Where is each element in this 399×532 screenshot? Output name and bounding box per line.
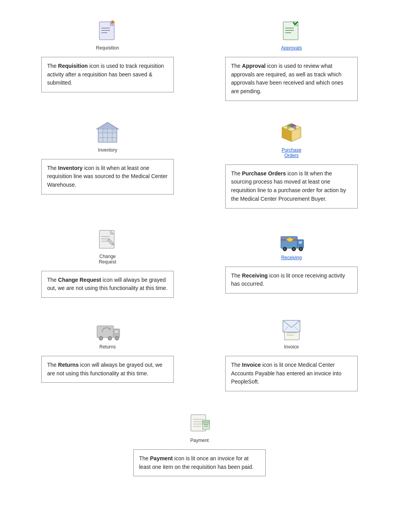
purchase-orders-cell: PurchaseOrders The Purchase Orders icon …	[200, 113, 383, 220]
change-request-label: ChangeRequest	[99, 254, 117, 265]
payment-label: Payment	[190, 438, 208, 443]
purchase-orders-icon-box: PurchaseOrders	[279, 120, 304, 158]
svg-rect-21	[113, 129, 117, 133]
approvals-desc: The Approval icon is used to review what…	[225, 57, 358, 101]
receiving-icon-box: Receiving	[279, 228, 304, 260]
receiving-cell: Receiving The Receiving icon is lit once…	[200, 220, 383, 309]
payment-desc: The Payment icon is lit once an invoice …	[133, 449, 266, 476]
approvals-label[interactable]: Approvals	[281, 45, 302, 51]
inventory-cell: Inventory The Inventory icon is lit when…	[16, 113, 200, 220]
returns-cell: Returns The Returns icon will always be …	[16, 309, 200, 403]
invoice-label: Invoice	[284, 344, 299, 350]
returns-icon	[95, 317, 120, 343]
returns-label: Returns	[99, 344, 116, 350]
invoice-icon	[279, 317, 304, 343]
purchase-orders-desc: The Purchase Orders icon is lit when the…	[225, 164, 358, 209]
inventory-label: Inventory	[98, 147, 117, 153]
svg-rect-19	[103, 129, 107, 133]
invoice-cell: Invoice The Invoice icon is lit once Med…	[200, 309, 383, 403]
change-request-icon-box: ChangeRequest	[95, 228, 120, 265]
purchase-orders-icon	[279, 120, 304, 146]
payment-icon	[187, 411, 212, 436]
inventory-desc: The Inventory icon is lit when at least …	[41, 159, 174, 194]
requisition-icon: ✳	[95, 19, 120, 44]
receiving-desc: The Receiving icon is lit once receiving…	[225, 267, 358, 293]
svg-rect-20	[108, 129, 112, 133]
svg-rect-48	[97, 326, 113, 338]
svg-rect-72	[203, 420, 210, 422]
approvals-cell: Approvals The Approval icon is used to r…	[200, 12, 383, 113]
returns-desc: The Returns icon will always be grayed o…	[41, 356, 174, 383]
svg-point-45	[300, 248, 302, 250]
requisition-icon-box: ✳ Requisition	[95, 19, 120, 51]
inventory-icon-box: Inventory	[95, 120, 120, 153]
payment-icon-box: Payment	[187, 411, 212, 443]
requisition-desc: The Requisition icon is used to track re…	[41, 57, 174, 92]
requisition-cell: ✳ Requisition The Requisition icon is us…	[16, 12, 200, 113]
requisition-label: Requisition	[96, 45, 119, 51]
svg-rect-39	[298, 241, 302, 244]
svg-point-54	[109, 338, 111, 339]
inventory-icon	[95, 120, 120, 146]
receiving-label[interactable]: Receiving	[281, 255, 302, 260]
svg-rect-50	[115, 330, 118, 333]
purchase-orders-label[interactable]: PurchaseOrders	[282, 147, 302, 158]
main-grid: ✳ Requisition The Requisition icon is us…	[16, 12, 383, 488]
change-request-icon	[95, 228, 120, 252]
svg-rect-18	[99, 129, 102, 133]
change-request-cell: ChangeRequest The Change Request icon wi…	[16, 220, 200, 309]
svg-point-41	[284, 248, 286, 250]
returns-icon-box: Returns	[95, 317, 120, 350]
receiving-icon	[279, 228, 304, 253]
svg-point-52	[100, 338, 102, 339]
svg-marker-17	[97, 122, 118, 129]
approvals-icon-box: Approvals	[279, 19, 304, 51]
svg-text:✳: ✳	[110, 19, 115, 25]
invoice-icon-box: Invoice	[279, 317, 304, 350]
svg-point-56	[116, 338, 118, 339]
payment-cell: Payment The Payment icon is lit once an …	[16, 403, 383, 488]
invoice-desc: The Invoice icon is lit once Medical Cen…	[225, 356, 358, 391]
approvals-icon	[279, 19, 304, 44]
svg-point-43	[293, 248, 295, 250]
change-request-desc: The Change Request icon will always be g…	[41, 271, 174, 298]
